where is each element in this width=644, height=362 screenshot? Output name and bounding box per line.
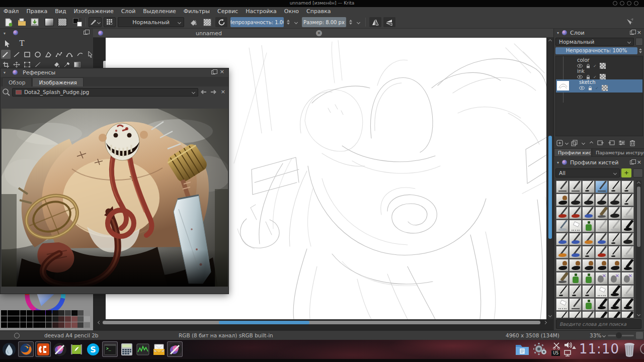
brush-preset-cell[interactable] [569,233,582,245]
palette-swatch[interactable] [14,316,20,322]
brush-preset-cell[interactable] [621,298,634,311]
brushes-close-icon[interactable]: × [637,160,641,165]
layer-visible-icon[interactable] [577,75,583,79]
palette-swatch[interactable] [8,322,14,328]
openshot-icon[interactable] [35,341,51,357]
layers-close-icon[interactable]: × [637,30,641,35]
palette-swatch[interactable] [71,322,77,328]
window-maximize-button[interactable] [627,1,631,6]
brush-preset-cell[interactable] [595,180,608,193]
brush-preset-cell[interactable] [569,207,582,219]
palette-swatch[interactable] [84,316,90,322]
layers-float-icon[interactable] [630,31,634,35]
palette-swatch[interactable] [58,322,64,328]
krita-icon[interactable] [52,341,67,357]
layer-row-color[interactable]: color ✓ [564,57,644,68]
references-tab-images[interactable]: Изображения [32,77,83,86]
palette-swatch[interactable] [1,310,7,316]
brush-preset-cell[interactable] [582,272,595,285]
brush-preset-cell[interactable] [582,207,595,219]
fill-gradient-toggle[interactable] [187,17,199,27]
toolbox-collapse-arrow[interactable]: ▾ [4,31,6,36]
menu-item-9[interactable]: Настройка [246,8,277,15]
opacity-spinner[interactable] [287,20,290,25]
settings-gears-icon[interactable] [532,341,548,357]
brushes-float-icon[interactable] [630,160,634,164]
brush-preset-cell[interactable] [608,233,621,245]
foreground-background-colors[interactable] [71,17,84,27]
palette-swatch[interactable] [84,310,90,316]
menu-item-8[interactable]: Сервис [217,8,238,15]
duplicate-layer-button[interactable] [570,139,579,147]
layer-row-sketch[interactable]: sketch ✓ [556,79,642,93]
layer-blend-mode-combo[interactable]: Нормальный [555,38,634,46]
tool-freehand-path[interactable] [75,50,85,59]
palette-swatch[interactable] [20,310,26,316]
brush-preset-cell[interactable] [569,298,582,311]
brush-preset-cell[interactable] [582,233,595,245]
brush-preset-cell[interactable] [556,259,569,272]
tray-expand-arrow[interactable] [572,346,576,349]
reference-file-combo[interactable]: Dota2_Splash_Pudge.jpg [12,88,198,97]
brush-preset-status-icon[interactable] [14,333,20,338]
references-collapse-arrow[interactable]: ▾ [4,70,6,75]
menu-item-5[interactable]: Слой [121,8,136,15]
brush-preset-cell[interactable] [608,194,621,206]
palette-swatch[interactable] [1,316,7,322]
menu-item-4[interactable]: Изображение [74,8,114,15]
palette-swatch[interactable] [14,310,20,316]
tool-bezier[interactable] [64,50,74,59]
brush-preset-cell[interactable] [556,311,569,318]
brush-preset-cell[interactable] [608,220,621,232]
palette-swatch[interactable] [39,310,45,316]
layer-left-button[interactable] [596,139,605,147]
mail-icon[interactable] [151,341,167,357]
edit-brush-settings-button[interactable] [89,17,102,27]
brush-preset-cell[interactable] [608,180,621,193]
window-pin-button[interactable] [613,1,617,6]
brush-preset-cell[interactable] [582,220,595,232]
brush-preset-cell[interactable] [582,298,595,311]
tool-text[interactable]: T [17,39,27,48]
layer-lock-icon[interactable] [588,86,592,90]
layer-row-ink[interactable]: ink ✓ [564,68,644,79]
brush-preset-cell[interactable] [582,246,595,258]
document-tab-close-button[interactable]: ✕ [316,30,322,36]
palette-swatch[interactable] [20,322,26,328]
layer-alpha-icon[interactable]: ✓ [595,86,599,90]
keyboard-layout-indicator[interactable]: US [551,350,560,356]
window-close-button[interactable] [634,1,638,6]
calculator-icon[interactable] [119,341,134,357]
palette-swatch[interactable] [65,322,71,328]
opacity-slider[interactable]: Непрозрачность: 1.00 [230,17,284,27]
brush-preset-cell[interactable] [595,285,608,298]
brush-presets-button[interactable] [104,17,116,27]
brush-preset-cell[interactable] [608,259,621,272]
palette-swatch[interactable] [71,316,77,322]
references-close-icon[interactable]: × [220,69,224,74]
size-slider[interactable]: Размер: 8.00 px [302,17,346,27]
size-dropdown[interactable] [355,17,361,27]
brush-preset-cell[interactable] [556,285,569,298]
layer-filter-button[interactable] [635,38,643,46]
menu-item-2[interactable]: Правка [26,8,47,15]
tool-ellipse[interactable] [33,50,42,59]
brush-preset-cell[interactable] [556,298,569,311]
brush-preset-cell[interactable] [582,259,595,272]
menu-item-6[interactable]: Выделение [143,8,176,15]
skype-icon[interactable]: S [85,341,101,357]
brush-preset-cell[interactable] [621,180,634,193]
brush-preset-cell[interactable] [621,272,634,285]
brush-preset-cell[interactable] [621,311,634,318]
menu-item-3[interactable]: Вид [55,8,66,15]
firefox-icon[interactable] [18,341,34,357]
reload-preset-button[interactable] [215,17,227,27]
palette-swatch[interactable] [8,316,14,322]
brush-preset-cell[interactable] [608,272,621,285]
palette-swatch[interactable] [27,316,33,322]
size-spinner[interactable] [349,20,352,25]
palette-swatch[interactable] [58,310,64,316]
brush-preset-cell[interactable] [608,285,621,298]
brush-preset-cell[interactable] [556,207,569,219]
clipboard-scissors-icon[interactable] [552,342,560,349]
